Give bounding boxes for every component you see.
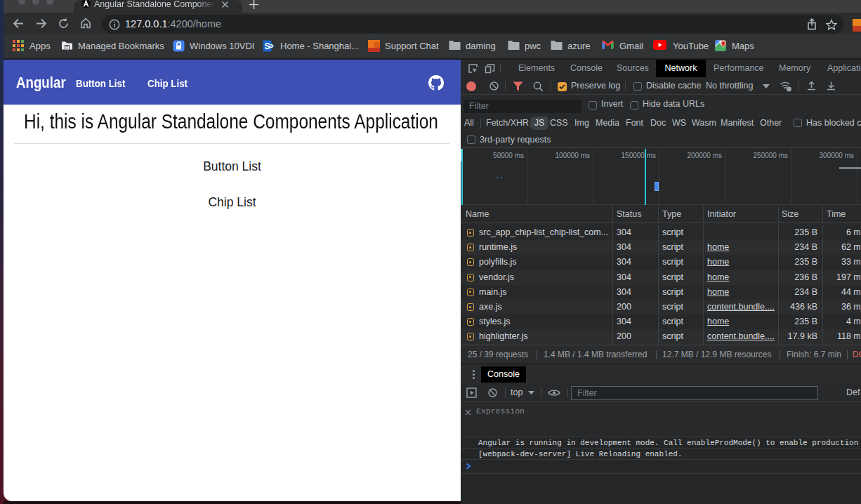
svg-text:S: S xyxy=(264,41,270,51)
